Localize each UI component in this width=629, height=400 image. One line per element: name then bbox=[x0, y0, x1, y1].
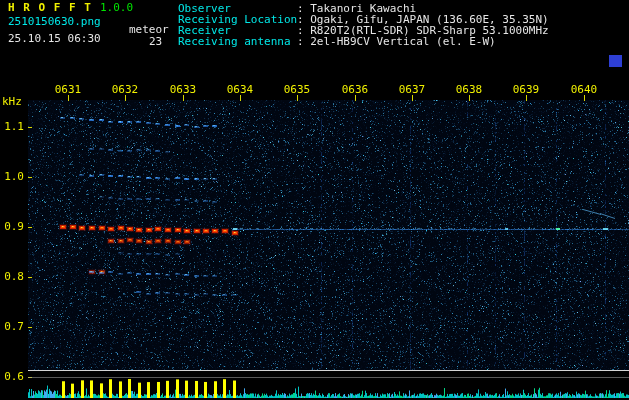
freq-label: 0.8 bbox=[2, 271, 24, 282]
time-label: 0636 bbox=[341, 84, 369, 95]
time-label: 0631 bbox=[54, 84, 82, 95]
mode-label: meteor bbox=[129, 24, 169, 35]
freq-label: 0.7 bbox=[2, 321, 24, 332]
time-label: 0640 bbox=[570, 84, 598, 95]
time-label: 0637 bbox=[398, 84, 426, 95]
freq-label: 1.1 bbox=[2, 121, 24, 132]
time-label: 0638 bbox=[455, 84, 483, 95]
app-version: 1.0.0 bbox=[100, 2, 133, 13]
app-title: H R O F F T bbox=[8, 2, 92, 13]
time-label: 0633 bbox=[169, 84, 197, 95]
time-label: 0634 bbox=[226, 84, 254, 95]
freq-label: 0.9 bbox=[2, 221, 24, 232]
freq-label: 1.0 bbox=[2, 171, 24, 182]
freq-label: 0.6 bbox=[2, 371, 24, 382]
info-label-antenna: Receiving antenna bbox=[178, 36, 291, 47]
hrofft-output: H R O F F T 1.0.0 2510150630.png meteor … bbox=[0, 0, 629, 400]
spectrogram-canvas bbox=[0, 0, 629, 400]
time-label: 0639 bbox=[512, 84, 540, 95]
time-label: 0632 bbox=[111, 84, 139, 95]
output-filename: 2510150630.png bbox=[8, 16, 101, 27]
level-indicator-square bbox=[609, 55, 622, 67]
time-label: 0635 bbox=[283, 84, 311, 95]
info-value-antenna: : 2el-HB9CV Vertical (el. E-W) bbox=[297, 36, 496, 47]
echo-count: 23 bbox=[149, 36, 162, 47]
datetime-label: 25.10.15 06:30 bbox=[8, 33, 101, 44]
freq-unit-label: kHz bbox=[2, 96, 22, 107]
